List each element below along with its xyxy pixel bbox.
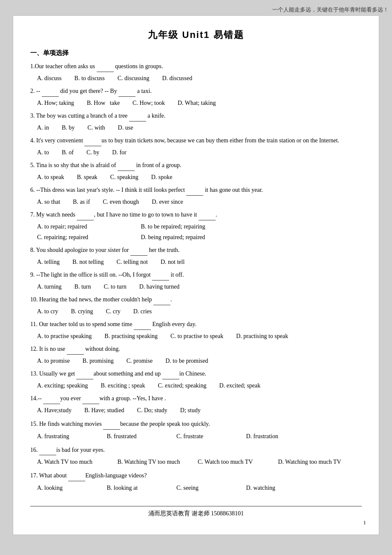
page: 九年级 Unit1 易错题 一、单项选择 1.Our teacher often…	[13, 15, 379, 535]
footer: 涌而思英语教育 谢老师 15088638101	[30, 506, 362, 517]
q9-text: 9. --The light in the office is still on…	[30, 270, 362, 280]
q7-text: 7. My watch needs , but I have no time t…	[30, 210, 362, 220]
q2-options: A. How; taking B. How take C. How; took …	[37, 98, 362, 108]
q17-text: 17. What about English-language videos?	[30, 471, 362, 481]
question-9: 9. --The light in the office is still on…	[30, 270, 362, 292]
section-title: 一、单项选择	[30, 49, 362, 57]
q1-options: A. discuss B. to discuss C. discussing D…	[37, 73, 362, 84]
question-11: 11. Our teacher told us to spend some ti…	[30, 319, 362, 341]
q15-text: 15. He finds watching movies because the…	[30, 419, 362, 430]
q4-options: A. to B. of C. by D. for	[37, 147, 362, 158]
question-4: 4. It's very convenient us to buy train …	[30, 136, 362, 158]
q14-options: A. Have;study B. Have; studied C. Do; st…	[37, 405, 362, 416]
q13-text: 13. Usually we get about something and e…	[30, 369, 362, 379]
footer-text: 涌而思英语教育 谢老师 15088638101	[148, 510, 244, 517]
q1-text: 1.Our teacher often asks us questions in…	[30, 61, 362, 72]
q10-options: A. to cry B. crying C. cry D. cries	[37, 306, 362, 317]
q15-options: A. frustrating B. frustrated C. frustrat…	[37, 431, 362, 442]
q12-options: A. to promise B. promising C. promise D.…	[37, 356, 362, 366]
question-5: 5. Tina is so shy that she is afraid of …	[30, 160, 362, 182]
q16-text: 16. is bad for your eyes.	[30, 445, 362, 456]
q16-options: A. Watch TV too much B. Watching TV too …	[37, 457, 362, 467]
q13-options: A. exciting; speaking B. exciting ; spea…	[37, 380, 362, 391]
q3-options: A. in B. by C. with D. use	[37, 122, 362, 133]
q10-text: 10. Hearing the bad news, the mother cou…	[30, 295, 362, 305]
page-title: 九年级 Unit1 易错题	[30, 29, 362, 41]
question-6: 6. --This dress was last year's style. -…	[30, 185, 362, 207]
page-number: 1	[363, 519, 366, 526]
question-2: 2. -- did you get there? -- By a taxi. A…	[30, 86, 362, 108]
q14-text: 14.-- you ever with a group. --Yes, I ha…	[30, 393, 362, 404]
q17-options: A. looking B. looking at C. seeing D. wa…	[37, 483, 362, 493]
question-12: 12. It is no use without doing. A. to pr…	[30, 344, 362, 366]
q5-text: 5. Tina is so shy that she is afraid of …	[30, 160, 362, 171]
top-bar: 一个人能走多远，关键在于他年青时能看多远！	[0, 4, 392, 15]
q11-text: 11. Our teacher told us to spend some ti…	[30, 319, 362, 330]
question-17: 17. What about English-language videos? …	[30, 471, 362, 493]
q12-text: 12. It is no use without doing.	[30, 344, 362, 355]
q11-options: A. to practise speaking B. practising sp…	[37, 331, 362, 341]
q7-options: A. to repair; repaired B. to be repaired…	[37, 221, 362, 243]
question-1: 1.Our teacher often asks us questions in…	[30, 61, 362, 84]
question-8: 8. You should apologize to your sister f…	[30, 245, 362, 267]
q8-options: A. telling B. not telling C. telling not…	[37, 257, 362, 267]
q9-options: A. turning B. turn C. to turn D. having …	[37, 281, 362, 292]
question-15: 15. He finds watching movies because the…	[30, 419, 362, 442]
q4-text: 4. It's very convenient us to buy train …	[30, 136, 362, 146]
question-16: 16. is bad for your eyes. A. Watch TV to…	[30, 445, 362, 468]
top-bar-text: 一个人能走多远，关键在于他年青时能看多远！	[272, 6, 389, 13]
q5-options: A. to speak B. speak C. speaking D. spok…	[37, 172, 362, 182]
question-7: 7. My watch needs , but I have no time t…	[30, 210, 362, 243]
q6-options: A. so that B. as if C. even though D. ev…	[37, 197, 362, 207]
q3-text: 3. The boy was cutting a branch of a tre…	[30, 111, 362, 121]
q2-text: 2. -- did you get there? -- By a taxi.	[30, 86, 362, 97]
question-10: 10. Hearing the bad news, the mother cou…	[30, 295, 362, 317]
q6-text: 6. --This dress was last year's style. -…	[30, 185, 362, 196]
question-13: 13. Usually we get about something and e…	[30, 369, 362, 391]
q8-text: 8. You should apologize to your sister f…	[30, 245, 362, 256]
question-3: 3. The boy was cutting a branch of a tre…	[30, 111, 362, 133]
question-14: 14.-- you ever with a group. --Yes, I ha…	[30, 393, 362, 416]
